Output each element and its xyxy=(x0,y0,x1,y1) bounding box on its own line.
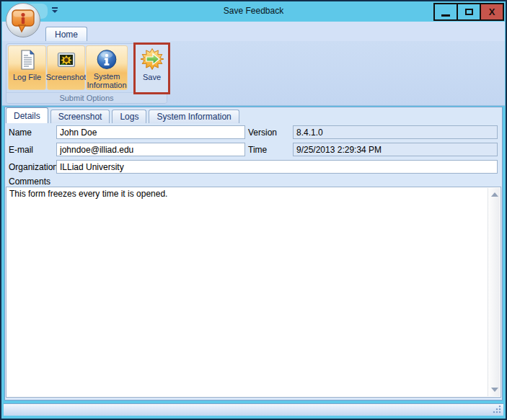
ribbon-tab-strip: Home xyxy=(2,22,505,41)
scroll-up-icon[interactable] xyxy=(491,192,498,197)
tab-details[interactable]: Details xyxy=(6,107,48,123)
save-highlight-annotation: Save xyxy=(133,43,170,94)
screenshot-icon xyxy=(55,48,78,71)
tab-screenshot[interactable]: Screenshot xyxy=(50,110,110,123)
titlebar[interactable]: Save Feedback X xyxy=(1,1,506,22)
resize-grip[interactable] xyxy=(493,405,501,414)
time-label: Time xyxy=(248,145,267,155)
scroll-down-icon[interactable] xyxy=(491,388,498,392)
comments-textarea[interactable]: This form freezes every time it is opene… xyxy=(6,187,501,398)
log-file-icon xyxy=(16,48,39,71)
name-input[interactable] xyxy=(56,125,245,139)
comments-label: Comments xyxy=(9,177,50,187)
window-controls: X xyxy=(435,3,504,21)
ribbon-group-submit-options: Log File Screenshot xyxy=(6,43,167,104)
feedback-form-panel: Details Screenshot Logs System Informati… xyxy=(4,107,503,401)
organization-label: Organization xyxy=(9,162,58,172)
time-field[interactable] xyxy=(293,143,498,156)
save-button-label: Save xyxy=(143,73,161,81)
minimize-button[interactable] xyxy=(433,3,458,21)
ribbon-tab-home[interactable]: Home xyxy=(45,27,87,41)
detail-tab-strip: Details Screenshot Logs System Informati… xyxy=(6,107,242,123)
ribbon-tab-home-label: Home xyxy=(55,30,78,40)
ribbon-band: Log File Screenshot xyxy=(2,41,505,106)
window-title: Save Feedback xyxy=(1,6,506,16)
application-orb-button[interactable] xyxy=(5,2,42,39)
tab-logs[interactable]: Logs xyxy=(112,110,146,123)
close-button[interactable]: X xyxy=(480,3,504,21)
screenshot-button-label: Screenshot xyxy=(46,73,87,81)
email-input[interactable] xyxy=(56,143,245,156)
version-field[interactable] xyxy=(293,125,498,139)
comments-text: This form freezes every time it is opene… xyxy=(9,189,485,199)
comments-scrollbar[interactable] xyxy=(488,188,500,396)
organization-input[interactable] xyxy=(56,160,498,174)
maximize-icon xyxy=(465,9,473,15)
close-icon: X xyxy=(489,6,495,17)
minimize-icon xyxy=(441,14,450,17)
maximize-button[interactable] xyxy=(457,3,481,21)
feedback-bubble-icon xyxy=(5,2,42,39)
system-information-button-label: System Information xyxy=(87,72,127,89)
log-file-button[interactable]: Log File xyxy=(8,45,46,90)
status-bar xyxy=(4,403,503,416)
version-label: Version xyxy=(248,128,277,138)
email-label: E-mail xyxy=(9,145,33,155)
screenshot-button[interactable]: Screenshot xyxy=(47,45,85,90)
save-feedback-window: Save Feedback X xyxy=(0,0,507,420)
system-information-icon xyxy=(95,48,118,71)
tab-system-information[interactable]: System Information xyxy=(149,110,239,123)
log-file-button-label: Log File xyxy=(13,73,41,81)
save-button[interactable]: Save xyxy=(136,45,168,92)
system-information-button[interactable]: System Information xyxy=(86,45,128,90)
name-label: Name xyxy=(9,128,32,138)
save-icon xyxy=(141,48,164,71)
